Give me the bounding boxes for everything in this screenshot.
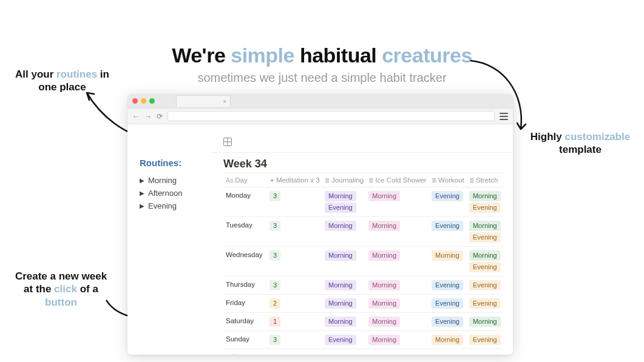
tag-stretch[interactable]: Evening (469, 262, 501, 272)
url-bar[interactable] (168, 111, 495, 121)
tag-workout[interactable]: Morning (432, 250, 463, 261)
table-row[interactable]: Monday3MorningEveningMorningEveningMorni… (223, 187, 503, 217)
table-row[interactable]: Saturday1MorningMorningEveningMorning (223, 313, 503, 331)
col-header[interactable]: ≣Stretch (467, 173, 503, 187)
cell-shower[interactable]: Morning (366, 187, 429, 217)
hamburger-menu-icon[interactable] (500, 113, 508, 120)
tag-stretch[interactable]: Morning (469, 250, 501, 261)
cell-meditation[interactable]: 3 (267, 277, 322, 295)
cell-shower[interactable]: Morning (366, 217, 429, 247)
cell-workout[interactable]: Morning (429, 331, 467, 349)
tag-stretch[interactable]: Evening (469, 232, 501, 243)
cell-day[interactable]: Sunday (223, 331, 267, 349)
cell-stretch[interactable]: MorningEvening (467, 247, 503, 277)
tag-stretch[interactable]: Morning (469, 317, 501, 327)
nav-reload-icon[interactable]: ⟳ (157, 112, 163, 121)
tag-journal[interactable]: Morning (325, 280, 356, 290)
col-header[interactable]: ≣Journaling (322, 173, 366, 187)
cell-journaling[interactable]: Evening (322, 331, 366, 349)
cell-journaling[interactable]: Morning (322, 277, 366, 295)
cell-journaling[interactable]: Morning (322, 217, 366, 247)
cell-meditation[interactable]: 3 (267, 217, 322, 247)
col-header[interactable]: AaDay (223, 173, 267, 187)
cell-meditation[interactable]: 3 (267, 331, 322, 349)
tag-journal[interactable]: Morning (325, 250, 356, 261)
cell-shower[interactable]: Morning (366, 331, 429, 349)
nav-fwd-icon[interactable]: → (144, 112, 152, 121)
cell-workout[interactable]: Morning (429, 247, 467, 277)
tag-journal[interactable]: Morning (325, 221, 356, 231)
cell-meditation[interactable]: 3 (267, 187, 322, 217)
tag-stretch[interactable]: Evening (469, 298, 501, 309)
table-row[interactable]: Sunday3EveningMorningMorningEvening (223, 331, 503, 349)
col-header[interactable]: ≣Workout (429, 173, 467, 187)
cell-stretch[interactable]: Morning (467, 313, 503, 331)
cell-shower[interactable]: Morning (366, 295, 429, 313)
tag-workout[interactable]: Evening (432, 298, 463, 309)
table-row[interactable]: Tuesday3MorningMorningEveningMorningEven… (223, 217, 503, 247)
cell-meditation[interactable]: 1 (267, 313, 322, 331)
browser-tab[interactable]: × (176, 95, 231, 107)
new-row-button[interactable]: +New (223, 349, 503, 355)
cell-shower[interactable]: Morning (366, 247, 429, 277)
sidebar-item-evening[interactable]: ▶Evening (140, 199, 203, 212)
cell-workout[interactable]: Evening (429, 313, 467, 331)
cell-meditation[interactable]: 3 (267, 247, 322, 277)
cell-journaling[interactable]: MorningEvening (322, 187, 366, 217)
cell-stretch[interactable]: MorningEvening (467, 187, 503, 217)
col-header[interactable]: ≣Ice Cold Shower (366, 173, 429, 187)
tag-workout[interactable]: Evening (432, 221, 463, 231)
tag-meditation[interactable]: 1 (269, 317, 280, 327)
tag-journal[interactable]: Evening (325, 203, 356, 213)
cell-day[interactable]: Thursday (223, 277, 267, 295)
tag-stretch[interactable]: Evening (469, 280, 501, 290)
tag-shower[interactable]: Morning (368, 317, 400, 327)
cell-shower[interactable]: Morning (366, 277, 429, 295)
table-row[interactable]: Friday2MorningMorningEveningEvening (223, 295, 503, 313)
tag-journal[interactable]: Morning (325, 191, 356, 201)
sidebar-item-morning[interactable]: ▶Morning (140, 174, 203, 187)
cell-day[interactable]: Monday (223, 187, 267, 217)
tag-workout[interactable]: Evening (432, 317, 463, 327)
minimize-window-icon[interactable] (141, 98, 146, 104)
close-window-icon[interactable] (132, 98, 138, 104)
tab-close-icon[interactable]: × (223, 98, 226, 105)
tag-meditation[interactable]: 2 (269, 298, 280, 309)
tag-meditation[interactable]: 3 (269, 250, 280, 261)
tag-meditation[interactable]: 3 (269, 280, 280, 290)
cell-journaling[interactable]: Morning (322, 313, 366, 331)
cell-day[interactable]: Tuesday (223, 217, 267, 247)
maximize-window-icon[interactable] (149, 98, 155, 104)
tag-stretch[interactable]: Evening (469, 335, 501, 345)
cell-meditation[interactable]: 2 (267, 295, 322, 313)
tag-meditation[interactable]: 3 (269, 335, 280, 345)
table-row[interactable]: Thursday3MorningMorningEveningEvening (223, 277, 503, 295)
cell-stretch[interactable]: Evening (467, 331, 503, 349)
tag-journal[interactable]: Morning (325, 317, 356, 327)
tag-shower[interactable]: Morning (368, 250, 400, 261)
cell-shower[interactable]: Morning (366, 313, 429, 331)
tag-journal[interactable]: Morning (325, 298, 356, 309)
tag-shower[interactable]: Morning (368, 335, 400, 345)
tag-workout[interactable]: Morning (432, 335, 463, 345)
cell-stretch[interactable]: MorningEvening (467, 217, 503, 247)
cell-workout[interactable]: Evening (429, 187, 467, 217)
table-row[interactable]: Wednesday3MorningMorningMorningMorningEv… (223, 247, 503, 277)
table-title[interactable]: Week 34 (223, 153, 503, 173)
tag-stretch[interactable]: Morning (469, 191, 501, 201)
tag-shower[interactable]: Morning (368, 280, 400, 290)
nav-back-icon[interactable]: ← (132, 112, 140, 121)
cell-day[interactable]: Saturday (223, 313, 267, 331)
tag-shower[interactable]: Morning (368, 191, 400, 201)
tag-meditation[interactable]: 3 (269, 191, 280, 201)
cell-day[interactable]: Wednesday (223, 247, 267, 277)
tag-workout[interactable]: Evening (432, 280, 463, 290)
cell-stretch[interactable]: Evening (467, 277, 503, 295)
cell-journaling[interactable]: Morning (322, 295, 366, 313)
tag-shower[interactable]: Morning (368, 298, 400, 309)
cell-workout[interactable]: Evening (429, 295, 467, 313)
sidebar-item-afternoon[interactable]: ▶Afternoon (140, 187, 203, 199)
cell-workout[interactable]: Evening (429, 217, 467, 247)
table-view-icon[interactable] (223, 138, 232, 146)
col-header[interactable]: ✦Meditation x 3 (267, 173, 322, 187)
